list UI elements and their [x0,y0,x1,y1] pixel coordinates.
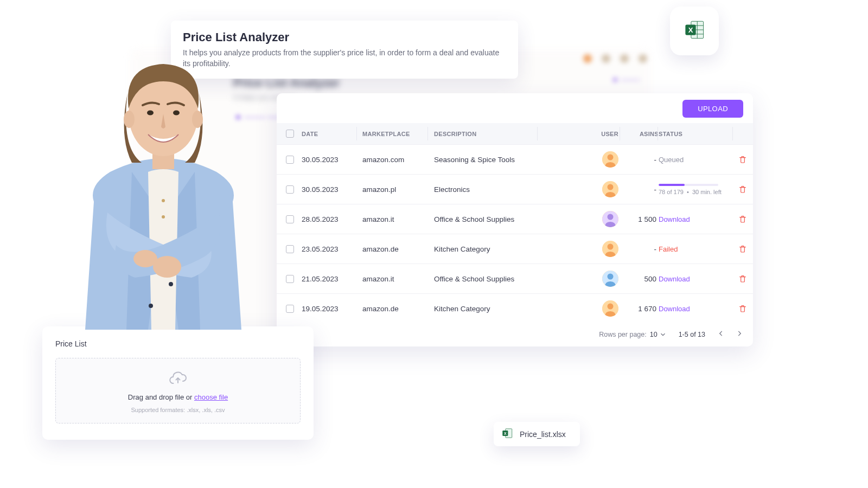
cell-description: Kitchen Category [434,305,542,313]
page-prev-button[interactable] [717,330,725,339]
cell-status: Download [659,215,733,223]
download-link[interactable]: Download [659,305,690,313]
user-avatar [602,151,618,168]
cell-date: 19.05.2023 [302,305,362,313]
delete-button[interactable] [733,274,752,283]
row-checkbox[interactable] [286,245,294,253]
cell-marketplace: amazon.com [362,156,434,164]
row-checkbox[interactable] [286,305,294,313]
progress-indicator: 78 of 179 • 30 min. left [659,184,733,195]
excel-icon: X [501,427,513,441]
choose-file-link[interactable]: choose file [194,393,228,401]
cell-date: 30.05.2023 [302,156,362,164]
pagination-range: 1-5 of 13 [679,331,705,338]
file-chip[interactable]: X Price_list.xlsx [494,422,580,446]
delete-button[interactable] [733,304,752,313]
cell-description: Seasoning & Spice Tools [434,156,542,164]
cell-asins: 1 670 [618,305,659,313]
table-row: 30.05.2023 amazon.com Seasoning & Spice … [277,144,753,174]
upload-button[interactable]: UPLOAD [682,100,743,118]
delete-button[interactable] [733,185,752,194]
cell-status: Queued [659,156,733,164]
svg-point-18 [608,304,614,310]
cell-marketplace: amazon.de [362,245,434,253]
col-asins: ASINS [618,131,659,137]
svg-point-31 [173,111,180,115]
svg-point-25 [133,250,157,267]
svg-point-29 [192,111,203,128]
file-name: Price_list.xlsx [520,430,566,439]
person-illustration [67,50,259,330]
table-row: 23.05.2023 amazon.de Kitchen Category - … [277,234,753,264]
svg-text:X: X [504,432,507,435]
cloud-upload-icon [169,371,187,388]
delete-button[interactable] [733,155,752,164]
file-dropzone[interactable]: Drag and drop file or choose file Suppor… [55,358,301,423]
trash-icon [738,304,747,313]
cell-asins: - [618,245,659,253]
cell-asins: 1 500 [618,215,659,223]
excel-icon: X [683,18,706,43]
background-avatar-icons [583,54,647,63]
delete-button[interactable] [733,245,752,253]
user-avatar [602,271,618,287]
dropzone-supported: Supported formates: .xlsx, .xls, .csv [131,407,225,413]
table-header: DATE MARKETPLACE DESCRIPTION USER ASINS … [277,123,753,144]
price-list-title: Price List [55,339,301,348]
col-marketplace: MARKETPLACE [362,131,434,137]
svg-point-16 [608,274,614,280]
rows-per-page-label: Rows per page: [599,331,647,338]
delete-button[interactable] [733,215,752,223]
cell-asins: - [618,185,659,194]
cell-marketplace: amazon.it [362,215,434,223]
chevron-left-icon [717,330,725,337]
cell-date: 28.05.2023 [302,215,362,223]
row-checkbox[interactable] [286,156,294,164]
chevron-down-icon [659,331,667,338]
row-checkbox[interactable] [286,185,294,194]
table-row: 28.05.2023 amazon.it Office & School Sup… [277,204,753,234]
col-user: USER [542,131,618,137]
chevron-right-icon [736,330,743,337]
cell-status: Download [659,275,733,283]
select-all-checkbox[interactable] [286,130,294,138]
pagination: Rows per page: 10 1-5 of 13 [277,323,753,343]
svg-point-33 [169,282,173,286]
svg-point-8 [608,155,614,160]
cell-status: Failed [659,245,733,253]
svg-point-32 [149,304,153,308]
col-description: DESCRIPTION [434,131,542,137]
row-checkbox[interactable] [286,275,294,283]
svg-text:X: X [688,26,693,34]
cell-asins: - [618,156,659,164]
cell-description: Office & School Supplies [434,275,542,283]
svg-point-10 [608,184,614,190]
cell-description: Electronics [434,185,542,194]
table-row: 21.05.2023 amazon.it Office & School Sup… [277,264,753,293]
page-next-button[interactable] [736,330,743,339]
trash-icon [738,215,747,223]
download-link[interactable]: Download [659,275,690,283]
user-avatar [602,300,618,317]
col-status: STATUS [659,131,733,137]
svg-point-30 [147,111,154,115]
svg-point-14 [608,244,614,250]
dropzone-text: Drag and drop file or choose file [128,393,228,401]
background-button: ■ ——— [613,76,640,84]
row-checkbox[interactable] [286,215,294,223]
rows-per-page-select[interactable]: 10 [650,331,667,338]
svg-point-12 [608,214,614,220]
cell-marketplace: amazon.pl [362,185,434,194]
table-row: 19.05.2023 amazon.de Kitchen Category 1 … [277,293,753,323]
page-title: Price List Analyzer [183,30,506,44]
cell-status: 78 of 179 • 30 min. left [659,184,733,195]
cell-asins: 500 [618,275,659,283]
svg-point-22 [162,199,165,202]
cell-description: Kitchen Category [434,245,542,253]
cell-date: 30.05.2023 [302,185,362,194]
results-panel: UPLOAD DATE MARKETPLACE DESCRIPTION USER… [277,93,753,346]
cell-marketplace: amazon.it [362,275,434,283]
user-avatar [602,211,618,227]
download-link[interactable]: Download [659,215,690,223]
cell-status: Download [659,305,733,313]
